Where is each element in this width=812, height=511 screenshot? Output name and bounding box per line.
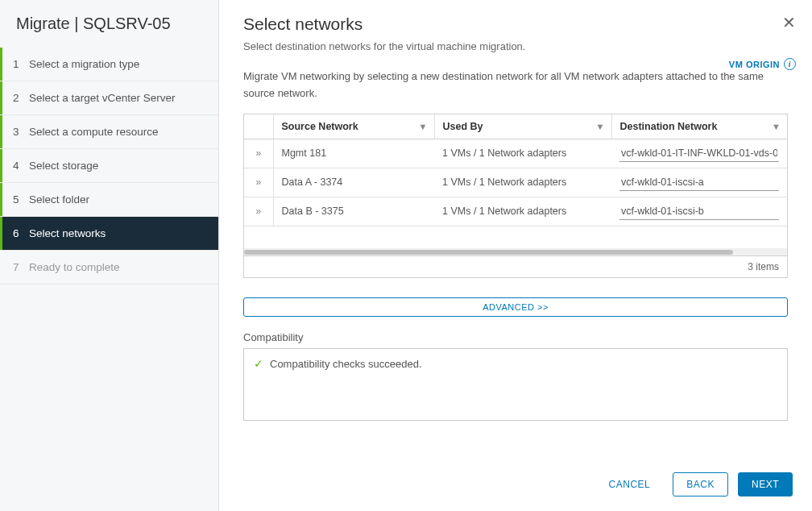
step-ready: 7 Ready to complete [0, 251, 218, 285]
back-button[interactable]: BACK [673, 472, 728, 496]
filter-icon[interactable]: ▼ [772, 122, 781, 131]
table-row: » Data A - 3374 1 VMs / 1 Network adapte… [244, 168, 787, 197]
step-label: Select folder [29, 193, 89, 206]
dialog-title: Migrate | SQLSRV-05 [0, 0, 218, 48]
wizard-content: Select networks Select destination netwo… [219, 0, 812, 511]
used-by-cell: 1 VMs / 1 Network adapters [434, 139, 611, 168]
page-subtitle: Select destination networks for the virt… [243, 40, 788, 52]
compatibility-title: Compatibility [243, 331, 788, 343]
destination-cell [611, 139, 787, 168]
step-compute-resource[interactable]: 3 Select a compute resource [0, 115, 218, 149]
step-number: 1 [13, 58, 29, 70]
step-label: Select networks [29, 227, 106, 239]
table-item-count: 3 items [244, 256, 787, 277]
column-header-label: Destination Network [620, 121, 718, 132]
compatibility-result: ✓ Compatibility checks succeeded. [254, 357, 777, 370]
networks-table-wrapper: Source Network ▼ Used By ▼ Destination N… [243, 114, 788, 279]
destination-network-input[interactable] [619, 174, 779, 191]
page-title: Select networks [243, 15, 788, 34]
advanced-button[interactable]: ADVANCED >> [243, 297, 788, 317]
chevron-right-icon: » [255, 177, 261, 188]
step-number: 5 [13, 193, 29, 206]
chevron-right-icon: » [255, 206, 261, 217]
step-folder[interactable]: 5 Select folder [0, 183, 218, 217]
column-expand [244, 114, 273, 139]
vm-origin-label: VM ORIGIN [729, 60, 780, 69]
step-label: Ready to complete [29, 261, 120, 273]
expand-row-toggle[interactable]: » [244, 168, 273, 197]
filter-icon[interactable]: ▼ [596, 122, 605, 131]
next-button[interactable]: NEXT [738, 472, 793, 496]
destination-cell [611, 168, 787, 197]
info-icon: i [784, 58, 796, 70]
compatibility-message: Compatibility checks succeeded. [270, 358, 422, 370]
close-icon: ✕ [782, 14, 796, 31]
destination-network-input[interactable] [619, 203, 779, 220]
step-label: Select a migration type [29, 58, 139, 70]
wizard-dialog: Migrate | SQLSRV-05 1 Select a migration… [0, 0, 812, 511]
step-target-vcenter[interactable]: 2 Select a target vCenter Server [0, 81, 218, 115]
column-header-label: Source Network [282, 121, 358, 132]
scrollbar-thumb[interactable] [244, 250, 733, 255]
content-header: Select networks Select destination netwo… [219, 0, 812, 69]
used-by-cell: 1 VMs / 1 Network adapters [434, 197, 611, 226]
close-button[interactable]: ✕ [782, 15, 796, 31]
destination-cell [611, 197, 787, 226]
step-number: 2 [13, 92, 29, 104]
destination-network-input[interactable] [619, 145, 779, 162]
column-destination[interactable]: Destination Network ▼ [611, 114, 787, 139]
step-number: 7 [13, 261, 29, 273]
horizontal-scrollbar[interactable] [244, 248, 787, 256]
check-icon: ✓ [254, 357, 263, 370]
expand-row-toggle[interactable]: » [244, 139, 273, 168]
filter-icon[interactable]: ▼ [419, 122, 428, 131]
compatibility-section: Compatibility ✓ Compatibility checks suc… [243, 331, 788, 421]
step-label: Select a target vCenter Server [29, 92, 176, 104]
step-label: Select a compute resource [29, 126, 159, 138]
compatibility-box: ✓ Compatibility checks succeeded. [243, 348, 788, 421]
table-spacer [244, 226, 787, 248]
page-description: Migrate VM networking by selecting a new… [219, 69, 812, 114]
vm-origin-link[interactable]: VM ORIGIN i [729, 58, 796, 70]
step-number: 4 [13, 160, 29, 172]
column-source[interactable]: Source Network ▼ [273, 114, 434, 139]
table-row: » Mgmt 181 1 VMs / 1 Network adapters [244, 139, 787, 168]
step-storage[interactable]: 4 Select storage [0, 149, 218, 183]
cancel-button[interactable]: CANCEL [596, 473, 664, 496]
networks-table: Source Network ▼ Used By ▼ Destination N… [244, 114, 787, 249]
expand-row-toggle[interactable]: » [244, 197, 273, 226]
source-network-cell: Mgmt 181 [273, 139, 434, 168]
wizard-footer: CANCEL BACK NEXT [577, 458, 812, 511]
step-migration-type[interactable]: 1 Select a migration type [0, 48, 218, 81]
wizard-sidebar: Migrate | SQLSRV-05 1 Select a migration… [0, 0, 219, 511]
column-header-label: Used By [443, 121, 483, 132]
source-network-cell: Data B - 3375 [273, 197, 434, 226]
column-used-by[interactable]: Used By ▼ [434, 114, 611, 139]
step-networks[interactable]: 6 Select networks [0, 217, 218, 251]
step-number: 6 [13, 227, 29, 239]
wizard-steps: 1 Select a migration type 2 Select a tar… [0, 48, 218, 285]
step-number: 3 [13, 126, 29, 138]
source-network-cell: Data A - 3374 [273, 168, 434, 197]
used-by-cell: 1 VMs / 1 Network adapters [434, 168, 611, 197]
table-row: » Data B - 3375 1 VMs / 1 Network adapte… [244, 197, 787, 226]
step-label: Select storage [29, 160, 98, 172]
chevron-right-icon: » [255, 147, 261, 159]
